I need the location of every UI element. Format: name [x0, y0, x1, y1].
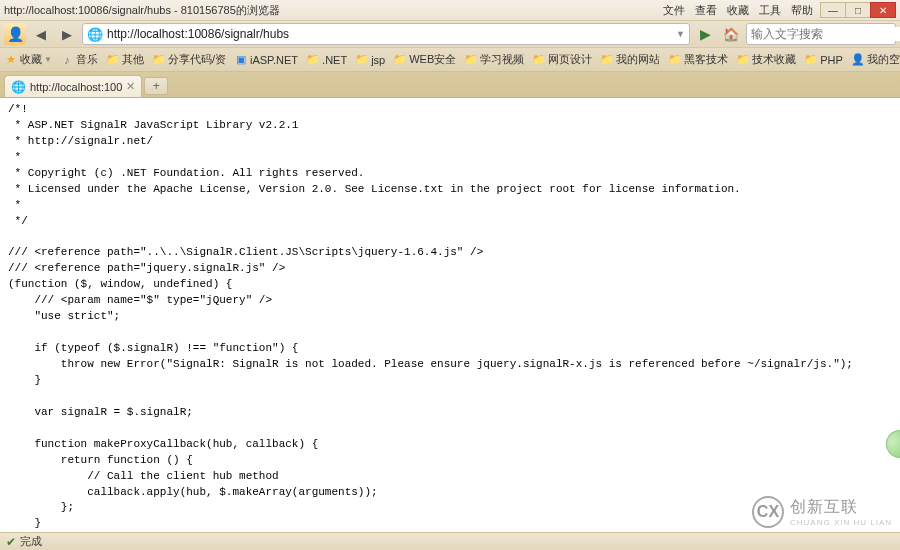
search-input[interactable] — [751, 27, 900, 41]
menu-help[interactable]: 帮助 — [791, 3, 813, 18]
page-icon: ▣ — [234, 53, 248, 67]
bookmark-item[interactable]: 📁jsp — [355, 53, 385, 67]
bookmarks-bar: ★收藏▼ ♪音乐 📁其他 📁分享代码/资 ▣iASP.NET 📁.NET 📁js… — [0, 48, 900, 72]
status-bar: ✔ 完成 — [0, 532, 900, 550]
bookmark-item[interactable]: 📁WEB安全 — [393, 52, 456, 67]
close-tab-icon[interactable]: ✕ — [126, 80, 135, 93]
bookmark-item[interactable]: 👤我的空间管 — [851, 52, 900, 67]
folder-icon: 📁 — [668, 53, 682, 67]
star-icon: ★ — [4, 53, 18, 67]
folder-icon: 📁 — [532, 53, 546, 67]
forward-button[interactable]: ▶ — [56, 23, 78, 45]
close-button[interactable]: ✕ — [870, 2, 896, 18]
back-button[interactable]: ◀ — [30, 23, 52, 45]
favorites-button[interactable]: ★收藏▼ — [4, 52, 52, 67]
search-bar[interactable]: 🔍 — [746, 23, 896, 45]
page-content[interactable]: /*! * ASP.NET SignalR JavaScript Library… — [0, 98, 900, 532]
window-title: http://localhost:10086/signalr/hubs - 81… — [4, 3, 663, 18]
bookmark-item[interactable]: 📁学习视频 — [464, 52, 524, 67]
bookmark-item[interactable]: 📁我的网站 — [600, 52, 660, 67]
check-icon: ✔ — [6, 535, 16, 549]
home-button[interactable]: 🏠 — [720, 23, 742, 45]
folder-icon: ♪ — [60, 53, 74, 67]
go-button[interactable]: ▶ — [694, 23, 716, 45]
bookmark-item[interactable]: 📁.NET — [306, 53, 347, 67]
tab-strip: 🌐 http://localhost:100 ✕ + — [0, 72, 900, 98]
bookmark-item[interactable]: 📁网页设计 — [532, 52, 592, 67]
folder-icon: 📁 — [393, 53, 407, 67]
folder-icon: 📁 — [306, 53, 320, 67]
folder-icon: 📁 — [106, 53, 120, 67]
code-text: /*! * ASP.NET SignalR JavaScript Library… — [8, 103, 853, 532]
folder-icon: 📁 — [804, 53, 818, 67]
address-bar[interactable]: 🌐 ▼ — [82, 23, 690, 45]
bookmark-item[interactable]: 📁分享代码/资 — [152, 52, 226, 67]
toolbar: 👤 ◀ ▶ 🌐 ▼ ▶ 🏠 🔍 — [0, 20, 900, 48]
bookmark-item[interactable]: 📁技术收藏 — [736, 52, 796, 67]
new-tab-button[interactable]: + — [144, 77, 168, 95]
bookmark-item[interactable]: ♪音乐 — [60, 52, 98, 67]
main-menu: 文件 查看 收藏 工具 帮助 — [663, 3, 813, 18]
bookmark-item[interactable]: 📁PHP — [804, 53, 843, 67]
globe-icon: 🌐 — [11, 80, 26, 94]
page-icon: 👤 — [851, 53, 865, 67]
folder-icon: 📁 — [152, 53, 166, 67]
titlebar: http://localhost:10086/signalr/hubs - 81… — [0, 0, 900, 20]
tab-title: http://localhost:100 — [30, 81, 122, 93]
folder-icon: 📁 — [355, 53, 369, 67]
minimize-button[interactable]: — — [820, 2, 846, 18]
menu-fav[interactable]: 收藏 — [727, 3, 749, 18]
bookmark-item[interactable]: 📁黑客技术 — [668, 52, 728, 67]
folder-icon: 📁 — [736, 53, 750, 67]
menu-file[interactable]: 文件 — [663, 3, 685, 18]
globe-icon: 🌐 — [87, 27, 103, 42]
dropdown-icon[interactable]: ▼ — [676, 29, 685, 39]
menu-view[interactable]: 查看 — [695, 3, 717, 18]
avatar[interactable]: 👤 — [4, 23, 26, 45]
status-text: 完成 — [20, 534, 42, 549]
url-input[interactable] — [107, 27, 672, 41]
folder-icon: 📁 — [600, 53, 614, 67]
window-buttons: — □ ✕ — [821, 2, 896, 18]
bookmark-item[interactable]: ▣iASP.NET — [234, 53, 298, 67]
menu-tools[interactable]: 工具 — [759, 3, 781, 18]
bookmark-item[interactable]: 📁其他 — [106, 52, 144, 67]
folder-icon: 📁 — [464, 53, 478, 67]
tab-active[interactable]: 🌐 http://localhost:100 ✕ — [4, 75, 142, 97]
maximize-button[interactable]: □ — [845, 2, 871, 18]
